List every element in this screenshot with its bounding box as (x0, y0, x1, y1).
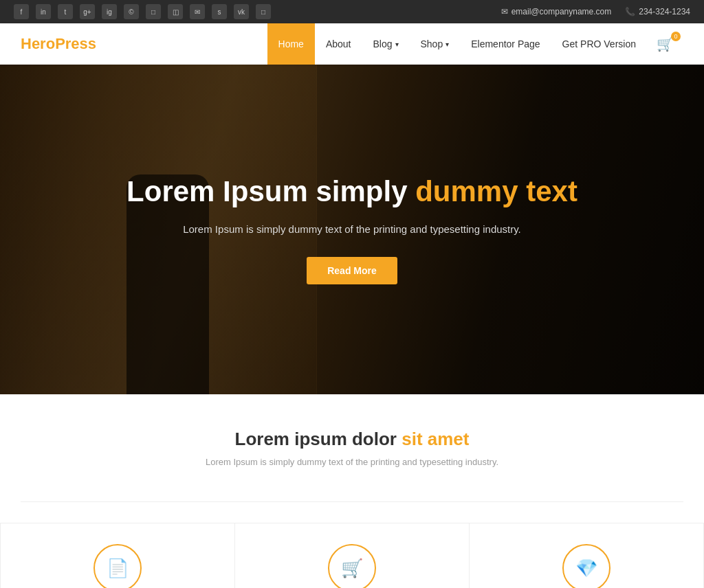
nav-blog-label: Blog (373, 38, 392, 49)
email-text: email@companyname.com (512, 7, 612, 16)
instagram-icon[interactable]: ig (102, 4, 117, 19)
blog-chevron-icon: ▾ (395, 41, 399, 48)
card-2-icon-wrap: 🛒 (328, 544, 376, 588)
document-icon: 📄 (107, 558, 129, 579)
facebook-icon[interactable]: f (14, 4, 29, 19)
hero-subtitle: Lorem Ipsum is simply dummy text of the … (126, 221, 578, 238)
logo-highlight: Press (55, 35, 96, 52)
contact-info: ✉ email@companyname.com 📞 234-324-1234 (501, 7, 690, 16)
nav-shop[interactable]: Shop ▾ (410, 23, 461, 65)
linkedin-icon[interactable]: in (36, 4, 51, 19)
section-title-normal: Lorem ipsum dolor (235, 429, 402, 449)
hero-content: Lorem Ipsum simply dummy text Lorem Ipsu… (113, 174, 591, 284)
diamond-icon: 💎 (575, 558, 597, 579)
googleplus-icon[interactable]: g+ (80, 4, 95, 19)
hero-section: Lorem Ipsum simply dummy text Lorem Ipsu… (0, 65, 704, 394)
cart-count: 0 (671, 32, 681, 41)
social-icon-12[interactable]: □ (256, 4, 271, 19)
email-social-icon[interactable]: ✉ (190, 4, 205, 19)
card-1-icon-wrap: 📄 (94, 544, 142, 588)
section-title: Lorem ipsum dolor sit amet (21, 429, 683, 450)
nav-elementor[interactable]: Elementor Page (460, 23, 551, 65)
social-icon-7[interactable]: □ (146, 4, 161, 19)
main-nav: Home About Blog ▾ Shop ▾ Elementor Page … (267, 23, 683, 65)
nav-home[interactable]: Home (267, 23, 315, 65)
header: HeroPress Home About Blog ▾ Shop ▾ Eleme… (0, 23, 704, 65)
section-title-highlight: sit amet (402, 429, 469, 449)
twitter-icon[interactable]: t (58, 4, 73, 19)
nav-home-label: Home (278, 38, 304, 49)
section-subtitle: Lorem Ipsum is simply dummy text of the … (21, 457, 683, 467)
feature-cards: 📄 Lorem ipsum dolor 🛒 Lorem ipsum dolor … (0, 523, 704, 588)
nav-elementor-label: Elementor Page (471, 38, 540, 49)
phone-text: 234-324-1234 (639, 7, 690, 16)
social-icon-6[interactable]: © (124, 4, 139, 19)
card-3: 💎 Lorem ipsum dolor (469, 523, 704, 588)
nav-pro-label: Get PRO Version (562, 38, 636, 49)
phone-icon: 📞 (625, 7, 635, 16)
nav-about-label: About (326, 38, 351, 49)
cart-card-icon: 🛒 (341, 558, 363, 579)
cart-button[interactable]: 🛒 0 (647, 23, 683, 65)
nav-shop-label: Shop (421, 38, 443, 49)
section-divider (21, 501, 683, 502)
hero-title-normal: Lorem Ipsum simply (126, 175, 407, 207)
card-1: 📄 Lorem ipsum dolor (0, 523, 234, 588)
logo[interactable]: HeroPress (21, 35, 96, 53)
vk-icon[interactable]: vk (234, 4, 249, 19)
nav-blog[interactable]: Blog ▾ (362, 23, 409, 65)
phone-contact: 📞 234-324-1234 (625, 7, 690, 16)
top-bar: f in t g+ ig © □ ◫ ✉ s vk □ ✉ email@comp… (0, 0, 704, 23)
shop-chevron-icon: ▾ (446, 41, 449, 48)
card-2: 🛒 Lorem ipsum dolor (234, 523, 469, 588)
hero-title: Lorem Ipsum simply dummy text (126, 174, 578, 209)
email-contact: ✉ email@companyname.com (501, 7, 612, 16)
nav-about[interactable]: About (315, 23, 362, 65)
card-3-icon-wrap: 💎 (562, 544, 610, 588)
nav-pro[interactable]: Get PRO Version (551, 23, 647, 65)
social-icon-8[interactable]: ◫ (168, 4, 183, 19)
social-icons-group: f in t g+ ig © □ ◫ ✉ s vk □ (14, 4, 271, 19)
features-section: Lorem ipsum dolor sit amet Lorem Ipsum i… (0, 394, 704, 501)
logo-text: Hero (21, 35, 55, 52)
hero-title-highlight: dummy text (415, 175, 578, 207)
email-icon: ✉ (501, 7, 508, 16)
read-more-button[interactable]: Read More (307, 257, 397, 284)
skype-icon[interactable]: s (212, 4, 227, 19)
